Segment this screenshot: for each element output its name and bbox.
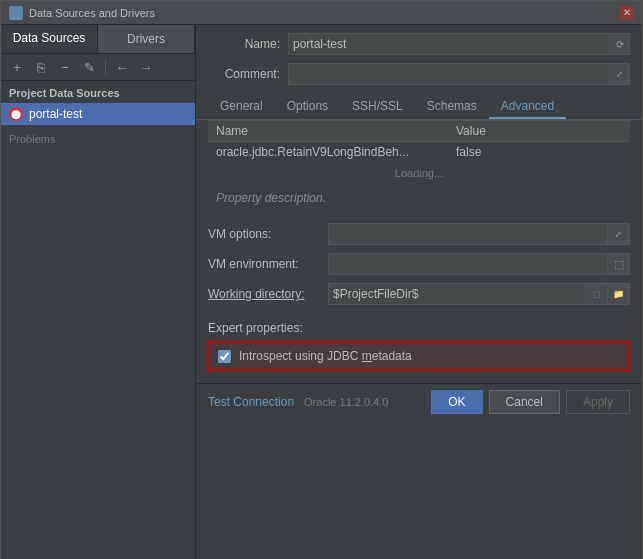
name-row: Name: ⟳ — [196, 25, 642, 59]
value-col-header: Value — [448, 121, 494, 141]
left-panel: Data Sources Drivers + ⎘ − ✎ ← → Project… — [1, 25, 196, 559]
vm-options-input[interactable] — [328, 223, 608, 245]
prop-value-cell: false — [448, 142, 489, 162]
comment-input-wrap: ⤢ — [288, 63, 630, 85]
datasource-icon: ⬤ — [9, 107, 23, 121]
datasource-item-portal-test[interactable]: ⬤ portal-test — [1, 103, 195, 125]
tab-general[interactable]: General — [208, 95, 275, 119]
bottom-bar: Test Connection Oracle 11.2.0.4.0 OK Can… — [196, 383, 642, 420]
expert-properties-label: Expert properties: — [208, 321, 630, 335]
remove-button[interactable]: − — [55, 57, 75, 77]
table-row[interactable]: oracle.jdbc.RetainV9LongBindBeh... false — [208, 142, 630, 163]
apply-button[interactable]: Apply — [566, 390, 630, 414]
right-panel: Name: ⟳ Comment: ⤢ General Options SSH/S… — [196, 25, 642, 559]
copy-button[interactable]: ⎘ — [31, 57, 51, 77]
tab-advanced[interactable]: Advanced — [489, 95, 566, 119]
vm-options-section: VM options: ⤢ VM environment: ⬚ — [196, 213, 642, 315]
vm-env-input[interactable] — [328, 253, 608, 275]
vm-options-expand-btn[interactable]: ⤢ — [608, 223, 630, 245]
ok-button[interactable]: OK — [431, 390, 482, 414]
tab-options[interactable]: Options — [275, 95, 340, 119]
close-button[interactable]: ✕ — [620, 6, 634, 20]
main-tabs: Data Sources Drivers — [1, 25, 195, 54]
loading-indicator: Loading... — [208, 163, 630, 183]
cancel-button[interactable]: Cancel — [489, 390, 560, 414]
introspect-label: Introspect using JDBC metadata — [239, 349, 412, 363]
working-dir-row: Working directory: ⬚ 📁 — [208, 279, 630, 309]
name-col-header: Name — [208, 121, 448, 141]
move-up-button[interactable]: ← — [112, 57, 132, 77]
working-dir-label: Working directory: — [208, 287, 328, 301]
toolbar-divider — [105, 59, 106, 75]
comment-input[interactable] — [288, 63, 610, 85]
advanced-content: Name Value oracle.jdbc.RetainV9LongBindB… — [196, 120, 642, 559]
tab-drivers[interactable]: Drivers — [98, 25, 195, 53]
property-description: Property description. — [196, 183, 642, 213]
comment-expand-btn[interactable]: ⤢ — [610, 63, 630, 85]
move-down-button[interactable]: → — [136, 57, 156, 77]
working-dir-expand-btn[interactable]: ⬚ — [586, 283, 608, 305]
comment-row: Comment: ⤢ — [196, 59, 642, 89]
tab-ssh-ssl[interactable]: SSH/SSL — [340, 95, 415, 119]
add-button[interactable]: + — [7, 57, 27, 77]
vm-env-row: VM environment: ⬚ — [208, 249, 630, 279]
problems-area: Problems — [1, 125, 195, 153]
window-content: Data Sources Drivers + ⎘ − ✎ ← → Project… — [1, 25, 642, 559]
problems-label: Problems — [9, 133, 55, 145]
working-dir-input-wrap: ⬚ 📁 — [328, 283, 630, 305]
vm-options-input-wrap: ⤢ — [328, 223, 630, 245]
window-icon — [9, 6, 23, 20]
prop-name-cell: oracle.jdbc.RetainV9LongBindBeh... — [208, 142, 448, 162]
title-bar: Data Sources and Drivers ✕ — [1, 1, 642, 25]
tab-data-sources[interactable]: Data Sources — [1, 25, 98, 53]
introspect-checkbox-row[interactable]: Introspect using JDBC metadata — [208, 341, 630, 371]
window-title: Data Sources and Drivers — [29, 7, 620, 19]
edit-button[interactable]: ✎ — [79, 57, 99, 77]
left-toolbar: + ⎘ − ✎ ← → — [1, 54, 195, 81]
name-expand-btn[interactable]: ⟳ — [610, 33, 630, 55]
vm-options-row: VM options: ⤢ — [208, 219, 630, 249]
props-table-header: Name Value — [208, 121, 630, 142]
working-dir-browse-btn[interactable]: 📁 — [608, 283, 630, 305]
properties-table: Name Value oracle.jdbc.RetainV9LongBindB… — [208, 120, 630, 183]
vm-env-browse-btn[interactable]: ⬚ — [608, 253, 630, 275]
vm-options-label: VM options: — [208, 227, 328, 241]
name-input-wrap: ⟳ — [288, 33, 630, 55]
datasource-name: portal-test — [29, 107, 82, 121]
project-data-sources-label: Project Data Sources — [1, 81, 195, 103]
name-label: Name: — [208, 37, 288, 51]
expert-properties-section: Expert properties: Introspect using JDBC… — [196, 315, 642, 383]
vm-env-input-wrap: ⬚ — [328, 253, 630, 275]
db-version-label: Oracle 11.2.0.4.0 — [304, 396, 425, 408]
vm-env-label: VM environment: — [208, 257, 328, 271]
right-nav-tabs: General Options SSH/SSL Schemas Advanced — [196, 89, 642, 120]
comment-label: Comment: — [208, 67, 288, 81]
working-dir-input[interactable] — [328, 283, 586, 305]
main-window: Data Sources and Drivers ✕ Data Sources … — [0, 0, 643, 559]
name-input[interactable] — [288, 33, 610, 55]
tab-schemas[interactable]: Schemas — [415, 95, 489, 119]
test-connection-link[interactable]: Test Connection — [208, 395, 294, 409]
introspect-checkbox[interactable] — [218, 350, 231, 363]
